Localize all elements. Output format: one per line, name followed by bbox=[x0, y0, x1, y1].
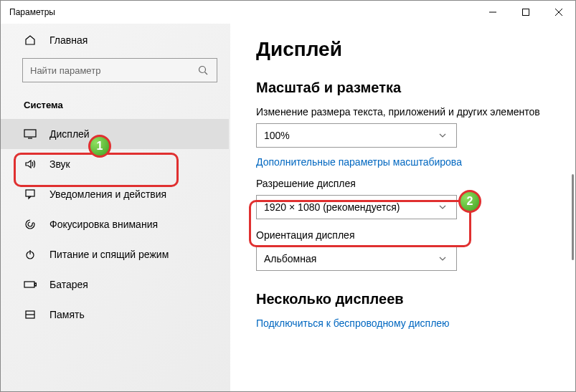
sidebar-item-power[interactable]: Питание и спящий режим bbox=[1, 239, 229, 269]
sidebar-item-focus[interactable]: Фокусировка внимания bbox=[1, 209, 229, 239]
dropdown-resolution-value: 1920 × 1080 (рекомендуется) bbox=[264, 201, 436, 213]
dropdown-resolution[interactable]: 1920 × 1080 (рекомендуется) bbox=[256, 195, 457, 219]
sidebar-item-notifications[interactable]: Уведомления и действия bbox=[1, 179, 229, 209]
label-text-size: Изменение размера текста, приложений и д… bbox=[256, 106, 554, 118]
sidebar-item-label: Фокусировка внимания bbox=[49, 219, 158, 230]
battery-icon bbox=[24, 278, 37, 291]
sidebar-item-label: Память bbox=[49, 309, 85, 320]
titlebar: Параметры bbox=[1, 1, 575, 24]
home-label: Главная bbox=[49, 34, 88, 46]
search-input[interactable]: Найти параметр bbox=[22, 58, 217, 82]
close-button[interactable] bbox=[542, 1, 575, 24]
dropdown-orientation[interactable]: Альбомная bbox=[256, 247, 457, 271]
minimize-button[interactable] bbox=[476, 1, 509, 24]
link-advanced-scaling[interactable]: Дополнительные параметры масштабирова bbox=[256, 156, 554, 168]
svg-rect-12 bbox=[35, 283, 37, 286]
annotation-badge-2: 2 bbox=[458, 190, 481, 213]
page-heading: Дисплей bbox=[256, 38, 554, 61]
home-link[interactable]: Главная bbox=[1, 24, 229, 57]
settings-window: Параметры Главная Найти параметр Система… bbox=[0, 0, 576, 392]
notifications-icon bbox=[24, 188, 37, 201]
chevron-down-icon bbox=[436, 252, 449, 265]
label-resolution: Разрешение дисплея bbox=[256, 178, 554, 189]
svg-rect-11 bbox=[24, 282, 34, 287]
content-area: Дисплей Масштаб и разметка Изменение раз… bbox=[230, 24, 575, 391]
sound-icon bbox=[24, 158, 37, 171]
window-title: Параметры bbox=[9, 7, 55, 17]
power-icon bbox=[24, 248, 37, 261]
sidebar-item-storage[interactable]: Память bbox=[1, 300, 229, 330]
home-icon bbox=[24, 34, 37, 47]
sidebar-item-label: Питание и спящий режим bbox=[49, 249, 169, 260]
category-label: Система bbox=[1, 95, 229, 119]
storage-icon bbox=[24, 308, 37, 321]
scrollbar[interactable] bbox=[572, 174, 574, 260]
sidebar-item-sound[interactable]: Звук bbox=[1, 149, 229, 179]
dropdown-orientation-value: Альбомная bbox=[264, 253, 436, 264]
sidebar-item-battery[interactable]: Батарея bbox=[1, 269, 229, 300]
svg-point-4 bbox=[199, 67, 206, 73]
sidebar: Главная Найти параметр Система Дисплей З… bbox=[1, 24, 230, 391]
sidebar-item-label: Дисплей bbox=[49, 128, 90, 140]
link-wireless-display[interactable]: Подключиться к беспроводному дисплею bbox=[256, 317, 554, 329]
chevron-down-icon bbox=[436, 129, 449, 142]
maximize-button[interactable] bbox=[509, 1, 542, 24]
chevron-down-icon bbox=[436, 201, 449, 214]
display-icon bbox=[24, 128, 37, 140]
search-icon bbox=[197, 64, 209, 77]
sidebar-item-label: Батарея bbox=[49, 279, 88, 290]
sidebar-item-label: Звук bbox=[49, 158, 70, 170]
sidebar-item-label: Уведомления и действия bbox=[49, 188, 166, 200]
label-orientation: Ориентация дисплея bbox=[256, 229, 554, 241]
section-scale-layout: Масштаб и разметка bbox=[256, 80, 554, 96]
svg-rect-6 bbox=[24, 130, 36, 137]
dropdown-scale[interactable]: 100% bbox=[256, 123, 457, 148]
focus-icon bbox=[24, 218, 37, 231]
sidebar-item-display[interactable]: Дисплей bbox=[1, 119, 229, 149]
section-multiple-displays: Несколько дисплеев bbox=[256, 291, 554, 307]
search-placeholder: Найти параметр bbox=[30, 65, 197, 76]
svg-line-5 bbox=[205, 72, 208, 75]
svg-rect-1 bbox=[523, 9, 529, 16]
svg-rect-8 bbox=[26, 190, 34, 196]
dropdown-scale-value: 100% bbox=[264, 130, 436, 141]
